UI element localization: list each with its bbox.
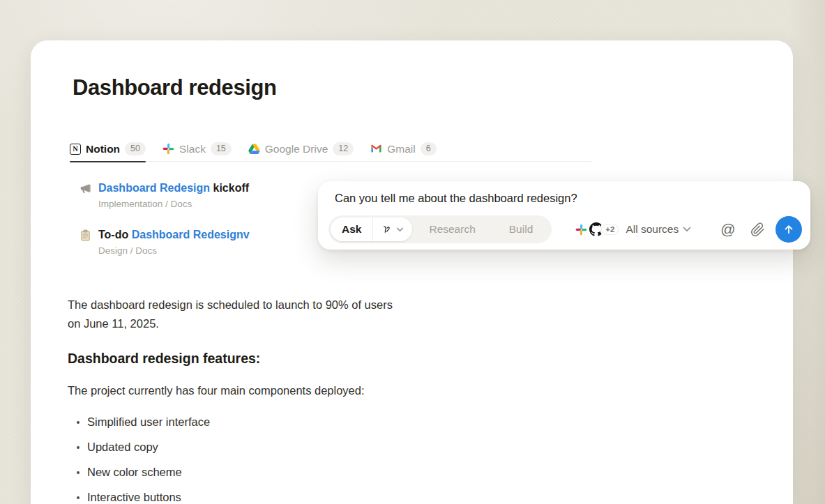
- tab-gmail[interactable]: Gmail 6: [370, 137, 436, 162]
- google-drive-icon: [248, 143, 260, 155]
- document-card: Dashboard redesign N Notion 50 Slack 15 …: [31, 40, 793, 504]
- mode-ask-button[interactable]: Ask: [331, 217, 373, 241]
- tab-gmail-count: 6: [421, 142, 437, 155]
- chevron-down-icon: [396, 227, 404, 232]
- ask-input[interactable]: [335, 192, 781, 205]
- tab-gmail-label: Gmail: [387, 143, 415, 155]
- attach-button[interactable]: [748, 220, 767, 239]
- mode-segmented-control: Ask Research Build: [328, 215, 552, 243]
- tab-notion[interactable]: N Notion 50: [70, 137, 146, 162]
- list-item: Updated copy: [68, 438, 500, 457]
- tab-notion-count: 50: [125, 142, 146, 155]
- tab-slack[interactable]: Slack 15: [162, 137, 232, 162]
- result-title: To-do Dashboard Redesignv: [98, 229, 250, 241]
- megaphone-icon: [80, 183, 91, 194]
- search-result-todo[interactable]: To-do Dashboard Redesignv Design / Docs: [80, 229, 250, 256]
- model-selector-button[interactable]: [373, 217, 412, 241]
- mention-button[interactable]: @: [718, 220, 738, 239]
- search-result-kickoff[interactable]: Dashboard Redesign kickoff Implementatio…: [80, 182, 249, 209]
- tab-slack-label: Slack: [179, 143, 206, 155]
- result-breadcrumb: Implementation / Docs: [98, 199, 249, 209]
- document-body: The dashboard redesign is scheduled to l…: [68, 296, 500, 504]
- tab-google-drive[interactable]: Google Drive 12: [248, 137, 354, 162]
- mode-build-button[interactable]: Build: [492, 223, 550, 236]
- arrow-up-icon: [782, 223, 795, 236]
- tab-google-drive-count: 12: [333, 142, 354, 155]
- source-tabs: N Notion 50 Slack 15 Google Drive 12: [70, 137, 591, 162]
- result-title: Dashboard Redesign kickoff: [98, 182, 249, 194]
- page-title: Dashboard redesign: [73, 75, 277, 100]
- at-icon: @: [720, 221, 735, 238]
- features-list: Simplified user interface Updated copy N…: [68, 413, 500, 504]
- ask-bar: Ask Research Build: [318, 181, 810, 250]
- intro-paragraph: The dashboard redesign is scheduled to l…: [68, 296, 500, 333]
- result-link[interactable]: Dashboard Redesign: [98, 182, 210, 194]
- result-link[interactable]: Dashboard Redesignv: [132, 229, 250, 240]
- chevron-down-icon: [683, 227, 691, 232]
- list-item: Interactive buttons: [68, 488, 500, 504]
- mode-active-pill: Ask: [331, 217, 412, 241]
- notion-ai-face-icon: [381, 224, 392, 235]
- mode-research-button[interactable]: Research: [412, 223, 492, 236]
- tab-notion-label: Notion: [86, 143, 120, 155]
- result-breadcrumb: Design / Docs: [98, 245, 250, 256]
- sources-selector[interactable]: +2 All sources: [575, 222, 691, 236]
- tab-slack-count: 15: [211, 142, 232, 155]
- slack-icon: [162, 143, 174, 155]
- slack-icon: [575, 224, 587, 236]
- features-heading: Dashboard redesign features:: [68, 349, 500, 368]
- notion-icon: N: [70, 144, 81, 155]
- tab-google-drive-label: Google Drive: [265, 143, 328, 155]
- paperclip-icon: [750, 222, 765, 237]
- list-item: New color scheme: [68, 463, 500, 482]
- list-item: Simplified user interface: [68, 413, 500, 432]
- ask-toolbar: Ask Research Build: [328, 215, 802, 243]
- all-sources-label: All sources: [626, 223, 679, 236]
- clipboard-icon: [80, 229, 91, 241]
- extra-sources-badge: +2: [601, 224, 619, 235]
- gmail-icon: [370, 143, 382, 155]
- send-button[interactable]: [775, 216, 802, 243]
- components-intro: The project currently has four main comp…: [68, 381, 500, 400]
